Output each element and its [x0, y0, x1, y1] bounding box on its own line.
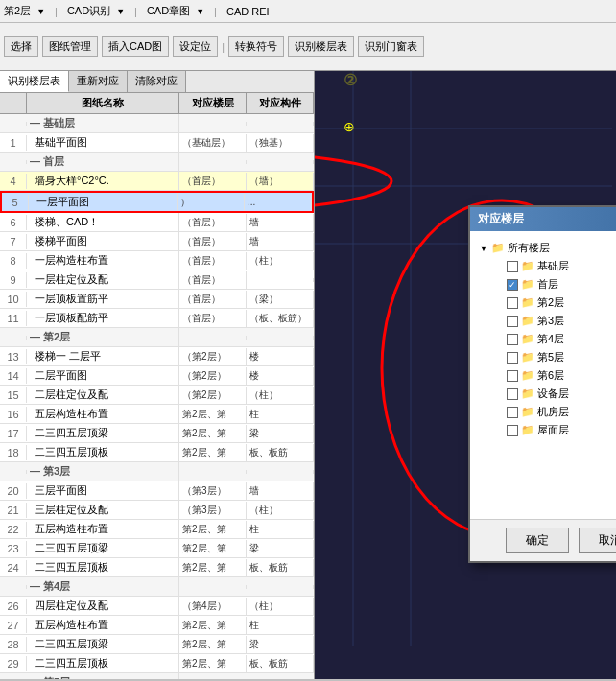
table-row[interactable]: 24 二三四五层顶板 第2层、第 板、板筋 [0, 558, 314, 577]
tree-root-item[interactable]: ▼ 📁 所有楼层 [478, 239, 616, 257]
table-row[interactable]: 9 一层柱定位及配 （首层） [0, 270, 314, 290]
table-row[interactable]: 22 五层构造柱布置 第2层、第 柱 [0, 520, 314, 539]
tree-item[interactable]: 📁 第3层 [493, 312, 616, 330]
row-name: 三层平面图 [27, 481, 179, 500]
correspond-floor-dialog[interactable]: 对应楼层 × ▼ 📁 所有楼层 📁 基础层 ✓ 📁 首层 📁 第2层 📁 [468, 205, 616, 563]
tree-checkbox[interactable] [507, 407, 518, 418]
dropdown-arrow3: ▼ [196, 7, 204, 16]
row-name: 一层平面图 [29, 193, 178, 211]
tree-item[interactable]: ✓ 📁 首层 [493, 275, 616, 294]
table-row[interactable]: 13 楼梯一 二层平 （第2层） 楼 [0, 347, 314, 366]
table-row[interactable]: 7 楼梯平面图 （首层） 墙 [0, 232, 314, 251]
dialog-footer: 确定 取消 [470, 519, 616, 561]
folder-icon: 📁 [521, 387, 534, 400]
table-row[interactable]: 17 二三四五层顶梁 第2层、第 梁 [0, 424, 314, 443]
tree-expand-icon [493, 352, 505, 364]
table-row[interactable]: 20 三层平面图 （第3层） 墙 [0, 481, 314, 501]
table-row[interactable]: 18 二三四五层顶板 第2层、第 板、板筋 [0, 443, 314, 462]
convert-symbol-button[interactable]: 转换符号 [228, 36, 284, 57]
row-floor: 第2层、第 [179, 617, 247, 634]
row-comp: 墙 [247, 482, 314, 500]
tree-expand-icon [493, 316, 505, 327]
table-row[interactable]: 28 二三四五层顶梁 第2层、第 梁 [0, 635, 314, 654]
table-row[interactable]: 27 五层构造柱布置 第2层、第 柱 [0, 616, 314, 635]
dialog-title-bar[interactable]: 对应楼层 × [470, 207, 616, 231]
tree-checkbox[interactable]: ✓ [507, 279, 518, 291]
tree-checkbox[interactable] [507, 297, 518, 309]
table-row[interactable]: — 基础层 [0, 114, 314, 133]
table-row[interactable]: 8 一层构造柱布置 （首层） （柱） [0, 251, 314, 270]
row-name: 楼梯、CAD！ [27, 213, 179, 231]
table-row[interactable]: — 第2层 [0, 328, 314, 347]
identify-floor-button[interactable]: 识别楼层表 [288, 36, 354, 57]
tree-checkbox[interactable] [507, 370, 518, 382]
row-name: 五层构造柱布置 [27, 405, 179, 423]
table-row[interactable]: 29 二三四五层顶板 第2层、第 板、板筋 [0, 654, 314, 673]
row-name: 二三四五层顶板 [27, 654, 179, 672]
row-floor: （第2层） [179, 387, 247, 404]
row-comp: 梁 [247, 540, 314, 557]
table-row[interactable]: 5 一层平面图 ） ... [0, 191, 314, 213]
row-num: 6 [0, 215, 27, 230]
tree-item[interactable]: 📁 第4层 [493, 330, 616, 348]
table-row[interactable]: — 首层 [0, 153, 314, 172]
row-floor: 第2层、第 [179, 636, 247, 653]
cancel-button[interactable]: 取消 [579, 528, 616, 553]
table-row[interactable]: 23 二三四五层顶梁 第2层、第 梁 [0, 539, 314, 558]
row-comp: 柱 [247, 406, 314, 423]
tree-checkbox[interactable] [507, 352, 518, 364]
drawing-manage-button[interactable]: 图纸管理 [42, 36, 98, 57]
row-name: 二三四五层顶板 [27, 443, 179, 461]
tree-item[interactable]: 📁 基础层 [493, 257, 616, 275]
table-row[interactable]: 21 三层柱定位及配 （第3层） （柱） [0, 501, 314, 520]
table-row[interactable]: 1 基础平面图 （基础层） （独基） [0, 133, 314, 153]
tree-checkbox[interactable] [507, 425, 518, 436]
table-row[interactable]: 6 楼梯、CAD！ （首层） 墙 [0, 213, 314, 232]
row-name: — 第2层 [27, 328, 179, 346]
table-row[interactable]: — 第4层 [0, 577, 314, 597]
folder-icon: 📁 [521, 333, 534, 345]
tab-clear-correspond[interactable]: 清除对应 [128, 71, 186, 92]
tab-identify-floor[interactable]: 识别楼层表 [0, 71, 69, 92]
table-row[interactable]: 4 墙身大样°C2°C. （首层） （墙） [0, 172, 314, 191]
row-name: 四层柱定位及配 [27, 597, 179, 615]
row-num: 7 [0, 234, 27, 249]
row-comp: 柱 [247, 521, 314, 538]
layer-dropdown-label: 第2层 [4, 4, 31, 18]
tree-checkbox[interactable] [507, 334, 518, 345]
table-row[interactable]: 14 二层平面图 （第2层） 楼 [0, 366, 314, 386]
tree-item[interactable]: 📁 第6层 [493, 366, 616, 385]
tree-item[interactable]: 📁 屋面层 [493, 421, 616, 439]
table-row[interactable]: — 第3层 [0, 462, 314, 481]
tree-item[interactable]: 📁 设备层 [493, 385, 616, 403]
tree-item[interactable]: 📁 第5层 [493, 348, 616, 366]
table-row[interactable]: 10 一层顶板置筋平 （首层） （梁） [0, 290, 314, 309]
tree-item[interactable]: 📁 第2层 [493, 294, 616, 312]
row-floor: 第2层、第 [179, 540, 247, 557]
tree-checkbox[interactable] [507, 316, 518, 327]
table-row[interactable]: 16 五层构造柱布置 第2层、第 柱 [0, 405, 314, 424]
row-num: 8 [0, 253, 27, 269]
identify-door-button[interactable]: 识别门窗表 [358, 36, 424, 57]
insert-cad-button[interactable]: 插入CAD图 [102, 36, 169, 57]
tab-re-correspond[interactable]: 重新对应 [69, 71, 128, 92]
row-comp: （独基） [247, 134, 314, 152]
confirm-button[interactable]: 确定 [506, 528, 569, 553]
table-row[interactable]: 15 二层柱定位及配 （第2层） （柱） [0, 386, 314, 405]
tree-checkbox[interactable] [507, 388, 518, 400]
row-floor: （首层） [179, 252, 247, 270]
row-floor: 第2层、第 [179, 559, 247, 576]
table-row[interactable]: 11 一层顶板配筋平 （首层） （板、板筋） [0, 309, 314, 328]
table-row[interactable]: 26 四层柱定位及配 （第4层） （柱） [0, 597, 314, 616]
table-row[interactable]: — 第5层 [0, 673, 314, 679]
row-name: 二三四五层顶梁 [27, 424, 179, 442]
row-name: 二三四五层顶板 [27, 558, 179, 576]
row-num [0, 336, 27, 340]
tree-item[interactable]: 📁 机房层 [493, 403, 616, 421]
tree-expand-icon: ▼ [478, 243, 489, 254]
dialog-title-text: 对应楼层 [478, 211, 524, 227]
select-button[interactable]: 选择 [4, 36, 38, 57]
set-pos-button[interactable]: 设定位 [173, 36, 218, 57]
table-body[interactable]: — 基础层 1 基础平面图 （基础层） （独基） — 首层 4 墙身大样°C2°… [0, 114, 314, 679]
tree-checkbox[interactable] [507, 261, 518, 272]
